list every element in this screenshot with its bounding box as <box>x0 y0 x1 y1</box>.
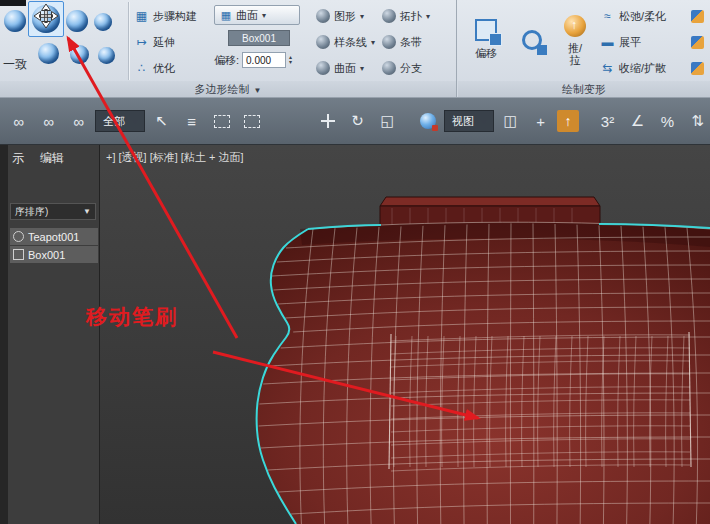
polydraw-panel-label[interactable]: 多边形绘制▼ <box>0 81 456 97</box>
brush-settings-icon[interactable] <box>691 62 704 75</box>
pivot-center-icon: ◫ <box>503 112 517 130</box>
pull-label: 拉 <box>570 54 581 66</box>
optimize-button[interactable]: ∴ 优化 <box>134 57 216 79</box>
select-and-move-button[interactable] <box>314 108 341 135</box>
paint-options-icon <box>522 30 542 50</box>
push-label: 推/ <box>568 42 582 54</box>
select-object-button[interactable]: ↖ <box>148 108 175 135</box>
extend-icon: ↦ <box>134 35 149 50</box>
select-and-rotate-button[interactable]: ↻ <box>344 108 371 135</box>
branches-label: 分支 <box>400 61 422 76</box>
viewport-label[interactable]: +] [透视] [标准] [粘土 + 边面] <box>106 150 244 165</box>
surface-dropdown-button[interactable]: ▦ 曲面 ▾ <box>214 5 300 25</box>
conform-brush-icon[interactable] <box>98 47 115 64</box>
3dsmax-window: 一致 ▦ 步骤构建 ↦ 延伸 ∴ 优化 ▦ 曲面 ▾ Box001 <box>0 0 710 524</box>
unlink-selection-button[interactable]: ∞ <box>35 108 62 135</box>
select-by-name-icon: ≡ <box>187 113 196 130</box>
paint-deform-panel-label[interactable]: 绘制变形 <box>458 81 710 97</box>
percent-snap-button[interactable]: % <box>654 108 681 135</box>
snap-3d-icon: 3² <box>601 113 614 130</box>
optimize-icon: ∴ <box>134 61 149 76</box>
strips-button[interactable]: 条带 <box>382 31 454 53</box>
offset-brush-label: 偏移 <box>475 46 497 61</box>
conform-button[interactable]: 一致 <box>3 56 27 73</box>
snap-toggle-3d-button[interactable]: 3² <box>594 108 621 135</box>
box-object-icon <box>13 249 24 260</box>
rectangular-selection-button[interactable] <box>208 108 235 135</box>
topology-label: 拓扑 <box>400 9 422 24</box>
conform-brush-selected[interactable] <box>28 1 64 37</box>
perspective-viewport[interactable]: +] [透视] [标准] [粘土 + 边面] <box>100 145 710 524</box>
conform-brush-icon[interactable] <box>94 13 112 31</box>
extend-button[interactable]: ↦ 延伸 <box>134 31 216 53</box>
brush-settings-icon[interactable] <box>691 36 704 49</box>
conform-brush-icon <box>32 5 60 33</box>
edit-menu[interactable]: 编辑 <box>40 150 64 167</box>
conform-brush-icon[interactable] <box>66 10 88 32</box>
offset-spinner-row: 偏移: 0.000 ▴ ▾ <box>214 52 292 68</box>
display-menu[interactable]: 示 <box>12 150 24 167</box>
snaps-toggle-crosshair-button[interactable]: + <box>527 108 554 135</box>
link-icon: ∞ <box>13 113 24 130</box>
list-item-box001[interactable]: Box001 <box>10 246 98 263</box>
selection-filter-combo[interactable]: 全部 ▾ <box>95 110 145 132</box>
conform-brush-icon[interactable] <box>70 45 89 64</box>
pinch-spread-label: 收缩/扩散 <box>619 61 687 76</box>
select-by-name-button[interactable]: ≡ <box>178 108 205 135</box>
step-build-label: 步骤构建 <box>153 9 197 24</box>
crossing-region-icon <box>244 115 260 128</box>
shapes-button[interactable]: 图形 ▾ <box>316 5 382 27</box>
paint-options-button[interactable] <box>512 1 552 79</box>
flatten-icon: ▬ <box>600 35 615 50</box>
optimize-label: 优化 <box>153 61 175 76</box>
relax-icon: ≈ <box>600 9 615 24</box>
surface2-label: 曲面 <box>334 61 356 76</box>
select-and-link-button[interactable]: ∞ <box>5 108 32 135</box>
strips-label: 条带 <box>400 35 422 50</box>
branches-button[interactable]: 分支 <box>382 57 454 79</box>
pinch-spread-button[interactable]: ⇆ 收缩/扩散 <box>600 57 704 79</box>
chevron-down-icon: ▾ <box>262 11 266 20</box>
manipulate-icon <box>420 113 436 129</box>
offset-spinner[interactable]: ▴ ▾ <box>289 55 292 65</box>
step-build-button[interactable]: ▦ 步骤构建 <box>134 5 216 27</box>
offset-brush-icon <box>475 19 497 41</box>
polydraw-panel: 一致 ▦ 步骤构建 ↦ 延伸 ∴ 优化 ▦ 曲面 ▾ Box001 <box>0 0 457 97</box>
offset-brush-button[interactable]: 偏移 <box>464 1 508 79</box>
window-crossing-button[interactable] <box>238 108 265 135</box>
unlink-icon: ∞ <box>43 113 54 130</box>
sort-dropdown[interactable]: 序排序) ▼ <box>10 203 96 220</box>
select-and-manipulate-button[interactable] <box>414 108 441 135</box>
splines-button[interactable]: 样条线 ▾ <box>316 31 382 53</box>
topology-icon <box>382 9 396 23</box>
surface-object-field[interactable]: Box001 <box>228 30 290 46</box>
chevron-down-icon: ▾ <box>133 117 137 126</box>
conform-brush-icon[interactable] <box>38 43 59 64</box>
surface2-button[interactable]: 曲面 ▾ <box>316 57 382 79</box>
move-icon <box>320 113 336 129</box>
push-pull-button[interactable]: 推/ 拉 <box>554 1 596 79</box>
step-build-icon: ▦ <box>134 9 149 24</box>
list-item-teapot001[interactable]: Teapot001 <box>10 228 98 245</box>
offset-value-field[interactable]: 0.000 <box>242 52 286 68</box>
explorer-menubar: 示 编辑 <box>8 145 99 172</box>
angle-snap-button[interactable]: ∠ <box>624 108 651 135</box>
strips-icon <box>382 35 396 49</box>
brush-settings-icon[interactable] <box>691 10 704 23</box>
reference-coordinate-combo[interactable]: 视图 ▾ <box>444 110 494 132</box>
bind-to-space-warp-button[interactable]: ∞ <box>65 108 92 135</box>
selection-region-icon <box>214 115 230 128</box>
conform-brush-icon[interactable] <box>4 10 26 32</box>
spinner-snap-button[interactable]: ⇅ <box>684 108 710 135</box>
topology-button[interactable]: 拓扑 ▾ <box>382 5 454 27</box>
relax-button[interactable]: ≈ 松弛/柔化 <box>600 5 704 27</box>
flatten-button[interactable]: ▬ 展平 <box>600 31 704 53</box>
up-arrow-icon: ↑ <box>565 113 572 129</box>
left-edge-bar <box>0 145 8 524</box>
use-pivot-center-button[interactable]: ◫ <box>497 108 524 135</box>
model-canvas[interactable] <box>100 145 710 524</box>
isolate-selection-button[interactable]: ↑ <box>557 110 579 132</box>
flatten-label: 展平 <box>619 35 687 50</box>
select-and-scale-button[interactable]: ◱ <box>374 108 401 135</box>
surface2-icon <box>316 61 330 75</box>
